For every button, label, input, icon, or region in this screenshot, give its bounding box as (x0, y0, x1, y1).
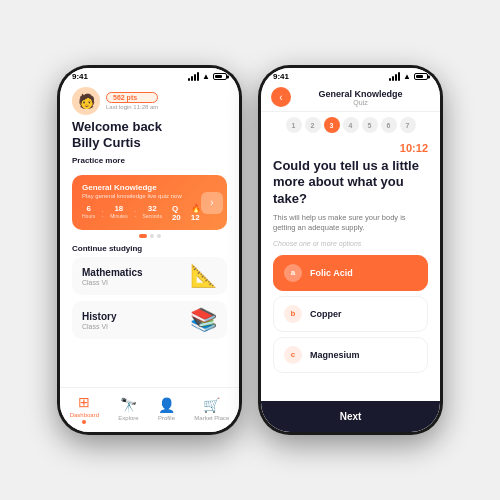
gk-stat-q: Q 20 (172, 204, 181, 222)
nav-marketplace[interactable]: 🛒 Market Place (194, 397, 229, 421)
gk-subtitle: Play general knowledge live quiz now (82, 193, 201, 199)
nav-active-dot (82, 420, 86, 424)
welcome-text: Welcome back Billy Curtis (72, 119, 227, 150)
phone-2: 9:41 ▲ ‹ (258, 65, 443, 435)
option-b[interactable]: b Copper (273, 296, 428, 332)
option-c[interactable]: c Magnesium (273, 337, 428, 373)
avatar: 🧑 (72, 87, 100, 115)
gk-title: General Knowledge (82, 183, 201, 192)
subject-card-math[interactable]: Mathematics Class VI 📐 (72, 257, 227, 295)
subject-class-math: Class VI (82, 279, 143, 286)
phone-2-screen: 9:41 ▲ ‹ (261, 68, 440, 432)
gk-arrow-button[interactable]: › (201, 192, 223, 214)
time-2: 9:41 (273, 72, 289, 81)
history-illustration: 📚 (190, 307, 217, 333)
phone1-header: 🧑 562 pts Last login 11:28 am Welcome ba… (60, 83, 239, 175)
progress-6[interactable]: 6 (381, 117, 397, 133)
quiz-timer: 10:12 (273, 142, 428, 154)
nav-profile-label: Profile (158, 415, 175, 421)
nav-explore[interactable]: 🔭 Explore (118, 397, 138, 421)
battery-icon-2 (414, 73, 428, 80)
dashboard-icon: ⊞ (78, 394, 90, 410)
signal-icon (188, 72, 199, 81)
gk-stats: 6 Hours : 18 Minutes : 32 Second (82, 204, 201, 222)
quiz-question: Could you tell us a little more about wh… (273, 158, 428, 207)
quiz-subtitle: Quiz (291, 99, 430, 106)
bottom-nav: ⊞ Dashboard 🔭 Explore 👤 Profile 🛒 (60, 387, 239, 432)
subject-card-history[interactable]: History Class VI 📚 (72, 301, 227, 339)
practice-label: Practice more (72, 156, 227, 165)
option-c-letter: c (284, 346, 302, 364)
phone2-content: ‹ General Knowledge Quiz 1 2 3 4 5 6 7 (261, 83, 440, 432)
phone1-content: 🧑 562 pts Last login 11:28 am Welcome ba… (60, 83, 239, 432)
option-c-text: Magnesium (310, 350, 360, 360)
continue-label: Continue studying (72, 244, 227, 253)
quiz-header: ‹ General Knowledge Quiz (261, 83, 440, 112)
wifi-icon: ▲ (202, 72, 210, 81)
profile-icon: 👤 (158, 397, 175, 413)
gk-stat-hours: 6 Hours (82, 204, 95, 222)
phone-1: 9:41 ▲ 🧑 (57, 65, 242, 435)
math-illustration: 📐 (190, 263, 217, 289)
marketplace-icon: 🛒 (203, 397, 220, 413)
gk-stat-secs: 32 Seconds (142, 204, 161, 222)
quiz-progress: 1 2 3 4 5 6 7 (261, 112, 440, 138)
progress-4[interactable]: 4 (343, 117, 359, 133)
nav-explore-label: Explore (118, 415, 138, 421)
explore-icon: 🔭 (120, 397, 137, 413)
progress-3[interactable]: 3 (324, 117, 340, 133)
nav-profile[interactable]: 👤 Profile (158, 397, 175, 421)
quiz-header-center: General Knowledge Quiz (291, 89, 430, 106)
option-a-letter: a (284, 264, 302, 282)
option-b-text: Copper (310, 309, 342, 319)
quiz-body: 10:12 Could you tell us a little more ab… (261, 138, 440, 401)
status-icons-2: ▲ (389, 72, 428, 81)
quiz-instruction: Choose one or more options (273, 240, 428, 247)
points-badge: 562 pts (106, 92, 158, 103)
subject-name-history: History (82, 311, 116, 322)
subject-class-history: Class VI (82, 323, 116, 330)
progress-5[interactable]: 5 (362, 117, 378, 133)
continue-section: Continue studying Mathematics Class VI 📐… (60, 238, 239, 387)
option-a-text: Folic Acid (310, 268, 353, 278)
option-a[interactable]: a Folic Acid (273, 255, 428, 291)
points-section: 562 pts Last login 11:28 am (106, 92, 158, 110)
wifi-icon-2: ▲ (403, 72, 411, 81)
nav-dashboard[interactable]: ⊞ Dashboard (70, 394, 99, 424)
status-icons-1: ▲ (188, 72, 227, 81)
time-1: 9:41 (72, 72, 88, 81)
next-button[interactable]: Next (261, 401, 440, 432)
nav-dashboard-label: Dashboard (70, 412, 99, 418)
signal-icon-2 (389, 72, 400, 81)
subject-name-math: Mathematics (82, 267, 143, 278)
gk-banner-left: General Knowledge Play general knowledge… (82, 183, 201, 222)
progress-7[interactable]: 7 (400, 117, 416, 133)
back-button[interactable]: ‹ (271, 87, 291, 107)
quiz-title: General Knowledge (291, 89, 430, 99)
quiz-description: This will help us make sure your body is… (273, 213, 428, 234)
progress-1[interactable]: 1 (286, 117, 302, 133)
gk-stat-fire: 🔥 12 (191, 204, 201, 222)
status-bar-2: 9:41 ▲ (261, 68, 440, 83)
gk-banner[interactable]: General Knowledge Play general knowledge… (72, 175, 227, 230)
user-info: 🧑 562 pts Last login 11:28 am (72, 87, 227, 115)
option-b-letter: b (284, 305, 302, 323)
status-bar-1: 9:41 ▲ (60, 68, 239, 83)
phone-1-screen: 9:41 ▲ 🧑 (60, 68, 239, 432)
progress-2[interactable]: 2 (305, 117, 321, 133)
battery-icon (213, 73, 227, 80)
gk-stat-mins: 18 Minutes (110, 204, 128, 222)
login-time: Last login 11:28 am (106, 104, 158, 110)
nav-marketplace-label: Market Place (194, 415, 229, 421)
